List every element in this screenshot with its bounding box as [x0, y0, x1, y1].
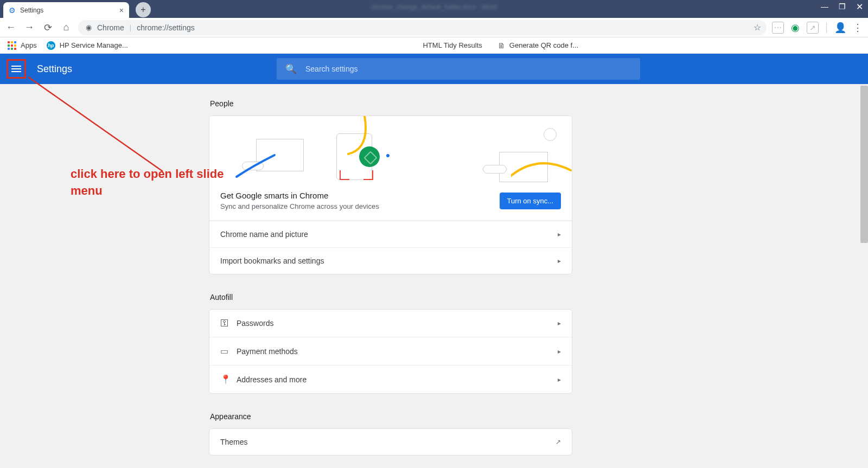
bookmark-tidy[interactable]: HTML Tidy Results	[423, 41, 482, 49]
chevron-right-icon: ▸	[558, 376, 561, 383]
kebab-menu-icon[interactable]: ⋮	[852, 22, 864, 34]
site-info-icon[interactable]: ◉	[86, 23, 92, 31]
maximize-icon[interactable]: ❐	[835, 1, 848, 12]
row-import-bookmarks[interactable]: Import bookmarks and settings ▸	[209, 247, 572, 274]
row-payment-methods[interactable]: ▭Payment methods ▸	[209, 337, 572, 365]
window-titlebar: ⚙ Settings × + chrome_change_default_fol…	[0, 0, 868, 18]
extension-icon-1[interactable]: ⋯	[772, 22, 784, 34]
page-title: Settings	[37, 63, 72, 75]
row-themes[interactable]: Themes ↗	[209, 429, 572, 455]
bookmark-hp-label: HP Service Manage...	[60, 41, 128, 49]
row-passwords[interactable]: ⚿Passwords ▸	[209, 310, 572, 337]
search-settings-input[interactable]	[305, 65, 631, 73]
profile-icon[interactable]: 👤	[834, 22, 846, 34]
apps-grid-icon	[8, 41, 16, 50]
bookmark-hp[interactable]: hp HP Service Manage...	[47, 41, 128, 50]
card-icon: ▭	[220, 346, 237, 356]
reload-icon[interactable]: ⟳	[41, 21, 54, 34]
minimize-icon[interactable]: —	[818, 1, 831, 12]
grammarly-icon[interactable]: ◉	[789, 22, 801, 34]
address-bar: ← → ⟳ ⌂ ◉ Chrome | chrome://settings ☆ ⋯…	[0, 18, 868, 37]
window-controls: — ❐ ✕	[818, 1, 866, 12]
open-external-icon: ↗	[556, 438, 561, 446]
search-settings-box[interactable]: 🔍	[277, 58, 640, 80]
row-label-text: Addresses and more	[237, 375, 307, 384]
section-title-appearance: Appearance	[210, 412, 572, 421]
extension-icon-2[interactable]: ↗	[807, 22, 819, 34]
close-tab-icon[interactable]: ×	[119, 6, 124, 15]
omnibox-origin: Chrome	[97, 23, 124, 32]
key-icon: ⚿	[220, 318, 237, 328]
chevron-right-icon: ▸	[558, 319, 561, 327]
omnibox[interactable]: ◉ Chrome | chrome://settings	[78, 20, 767, 35]
row-label-text: Passwords	[237, 319, 273, 328]
annotation-text: click here to open left slide menu	[71, 166, 255, 200]
autofill-card: ⚿Passwords ▸ ▭Payment methods ▸ 📍Address…	[209, 309, 572, 394]
row-label: Import bookmarks and settings	[220, 257, 324, 265]
row-label: Themes	[220, 438, 248, 446]
bookmarks-bar: Apps hp HP Service Manage... HTML Tidy R…	[0, 37, 868, 54]
hp-icon: hp	[47, 41, 55, 50]
tab-title: Settings	[20, 7, 115, 14]
row-addresses[interactable]: 📍Addresses and more ▸	[209, 365, 572, 393]
settings-header: Settings 🔍	[0, 54, 868, 84]
chevron-right-icon: ▸	[558, 348, 561, 355]
chevron-right-icon: ▸	[558, 230, 561, 238]
window-title-blurred: chrome_change_default_folder.docx - Word	[371, 3, 497, 11]
browser-tab[interactable]: ⚙ Settings ×	[3, 2, 129, 18]
gear-icon: ⚙	[9, 6, 16, 15]
search-icon: 🔍	[285, 63, 297, 75]
sync-subtitle: Sync and personalize Chrome across your …	[220, 202, 379, 210]
people-card: Get Google smarts in Chrome Sync and per…	[209, 116, 572, 274]
close-window-icon[interactable]: ✕	[853, 1, 866, 12]
bookmark-star-icon[interactable]: ☆	[754, 22, 761, 33]
forward-icon[interactable]: →	[23, 21, 36, 34]
section-title-people: People	[210, 99, 572, 108]
row-label-text: Payment methods	[237, 347, 298, 356]
row-chrome-name[interactable]: Chrome name and picture ▸	[209, 221, 572, 247]
vertical-scrollbar[interactable]	[860, 86, 868, 243]
row-label: Chrome name and picture	[220, 230, 308, 239]
section-title-autofill: Autofill	[210, 293, 572, 302]
bookmark-qr[interactable]: Generate QR code f...	[509, 41, 578, 49]
location-pin-icon: 📍	[220, 374, 237, 384]
back-icon[interactable]: ←	[4, 21, 17, 34]
toolbar-separator	[826, 22, 827, 33]
home-icon[interactable]: ⌂	[60, 21, 73, 34]
sync-illustration	[209, 116, 572, 183]
new-tab-button[interactable]: +	[136, 2, 151, 17]
sync-promo-row: Get Google smarts in Chrome Sync and per…	[209, 183, 572, 221]
turn-on-sync-button[interactable]: Turn on sync...	[500, 193, 561, 209]
settings-content: People Get Google smarts in Chrome	[0, 84, 868, 468]
appearance-card: Themes ↗	[209, 428, 572, 456]
chevron-right-icon: ▸	[558, 257, 561, 265]
omnibox-separator: |	[130, 23, 131, 31]
hamburger-menu-icon[interactable]	[11, 66, 21, 72]
apps-shortcut[interactable]: Apps	[8, 41, 37, 50]
apps-label: Apps	[21, 41, 37, 49]
document-icon: 🗎	[497, 41, 505, 50]
menu-highlight-box	[7, 59, 26, 79]
omnibox-url: chrome://settings	[137, 23, 195, 32]
